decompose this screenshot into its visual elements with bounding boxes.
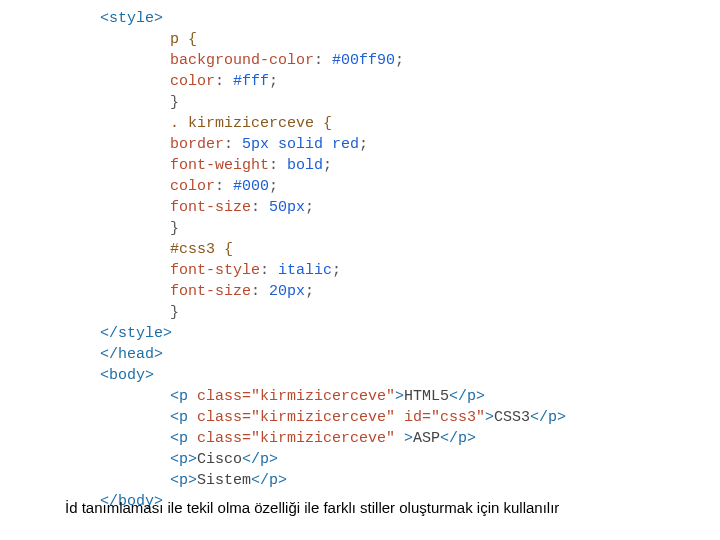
css-colon: :	[260, 262, 278, 279]
p-open: <p>	[170, 451, 197, 468]
css-colon: :	[215, 178, 233, 195]
css-prop: background-color	[170, 52, 314, 69]
p-close: </p>	[440, 430, 476, 447]
css-prop: font-weight	[170, 157, 269, 174]
css-colon: :	[314, 52, 332, 69]
tag-style-open: <style>	[100, 10, 163, 27]
p-mid: >	[485, 409, 494, 426]
tag-style-close: </style>	[100, 325, 172, 342]
p-text: CSS3	[494, 409, 530, 426]
css-close: }	[170, 94, 179, 111]
css-semi: ;	[332, 262, 341, 279]
selector-p: p {	[170, 31, 197, 48]
css-prop: color	[170, 178, 215, 195]
css-colon: :	[215, 73, 233, 90]
p-close: </p>	[251, 472, 287, 489]
css-prop: font-size	[170, 283, 251, 300]
css-val: #fff	[233, 73, 269, 90]
css-val: #00ff90	[332, 52, 395, 69]
css-semi: ;	[269, 73, 278, 90]
css-close: }	[170, 220, 179, 237]
p-open: <p	[170, 388, 197, 405]
p-attr: class="kirmizicerceve"	[197, 388, 395, 405]
p-close: </p>	[530, 409, 566, 426]
css-prop: font-size	[170, 199, 251, 216]
p-text: Cisco	[197, 451, 242, 468]
css-val: bold	[287, 157, 323, 174]
p-attr: class="kirmizicerceve" id="css3"	[197, 409, 485, 426]
p-mid: >	[395, 388, 404, 405]
css-prop: border	[170, 136, 224, 153]
css-colon: :	[269, 157, 287, 174]
css-val: #000	[233, 178, 269, 195]
selector-id: #css3 {	[170, 241, 233, 258]
tag-body-open: <body>	[100, 367, 154, 384]
css-semi: ;	[359, 136, 368, 153]
p-open: <p	[170, 430, 197, 447]
p-attr: class="kirmizicerceve"	[197, 430, 404, 447]
css-close: }	[170, 304, 179, 321]
css-val: 20px	[269, 283, 305, 300]
p-text: HTML5	[404, 388, 449, 405]
css-semi: ;	[305, 283, 314, 300]
css-colon: :	[251, 283, 269, 300]
css-val: 50px	[269, 199, 305, 216]
p-text: ASP	[413, 430, 440, 447]
css-semi: ;	[305, 199, 314, 216]
p-close: </p>	[449, 388, 485, 405]
css-prop: color	[170, 73, 215, 90]
code-listing: <style> p { background-color: #00ff90; c…	[0, 0, 720, 512]
css-prop: font-style	[170, 262, 260, 279]
css-colon: :	[224, 136, 242, 153]
css-semi: ;	[395, 52, 404, 69]
p-mid: >	[404, 430, 413, 447]
p-text: Sistem	[197, 472, 251, 489]
css-colon: :	[251, 199, 269, 216]
caption-text: İd tanımlaması ile tekil olma özelliği i…	[65, 497, 665, 518]
css-val: 5px solid red	[242, 136, 359, 153]
selector-class: . kirmizicerceve {	[170, 115, 332, 132]
tag-head-close: </head>	[100, 346, 163, 363]
css-semi: ;	[323, 157, 332, 174]
p-open: <p	[170, 409, 197, 426]
css-val: italic	[278, 262, 332, 279]
css-semi: ;	[269, 178, 278, 195]
p-close: </p>	[242, 451, 278, 468]
p-open: <p>	[170, 472, 197, 489]
